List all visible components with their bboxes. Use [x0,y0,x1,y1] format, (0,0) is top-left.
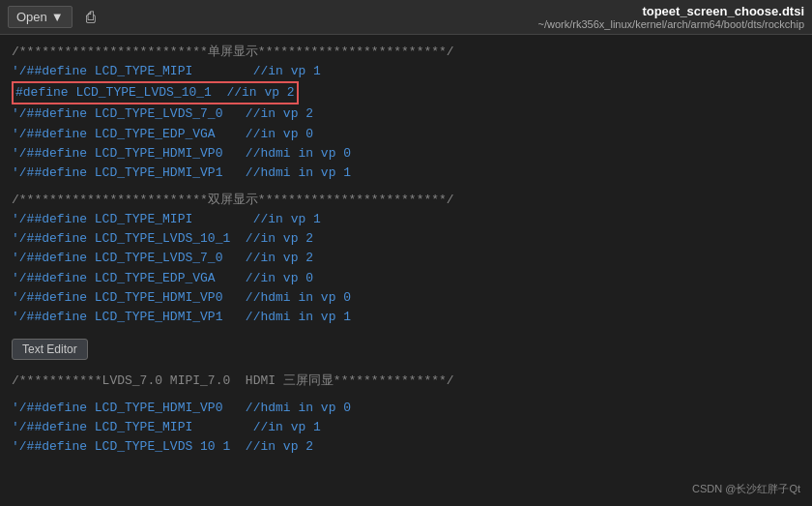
line-dual-1: '/##define LCD_TYPE_MIPI //in vp 1 [12,210,800,229]
line-triple-3: '/##define LCD_TYPE_LVDS 10 1 //in vp 2 [12,437,800,457]
line-dual-3: '/##define LCD_TYPE_LVDS_7_0 //in vp 2 [12,249,800,268]
watermark: CSDN @长沙红胖子Qt [692,482,800,496]
text-editor-button[interactable]: Text Editor [12,339,88,360]
printer-icon: ⎙ [86,9,96,25]
line-single-3: '/##define LCD_TYPE_LVDS_7_0 //in vp 2 [12,104,800,124]
line-single-6: '/##define LCD_TYPE_HDMI_VP1 //hdmi in v… [12,164,800,183]
file-path: ~/work/rk356x_linux/kernel/arch/arm64/bo… [109,18,804,30]
line-triple-2: '/##define LCD_TYPE_MIPI //in vp 1 [12,418,800,437]
line-dual-5: '/##define LCD_TYPE_HDMI_VP0 //hdmi in v… [12,288,800,308]
dropdown-icon: ▼ [51,10,64,24]
triple-screen-header: /***********LVDS_7.0 MIPI_7.0 HDMI 三屏同显*… [12,372,800,391]
title-area: topeet_screen_choose.dtsi ~/work/rk356x_… [109,4,804,30]
line-single-1: '/##define LCD_TYPE_MIPI //in vp 1 [12,62,800,81]
line-dual-2: '/##define LCD_TYPE_LVDS_10_1 //in vp 2 [12,229,800,249]
dual-screen-header: /*************************双屏显示**********… [12,191,800,210]
line-single-5: '/##define LCD_TYPE_HDMI_VP0 //hdmi in v… [12,144,800,164]
line-dual-4: '/##define LCD_TYPE_EDP_VGA //in vp 0 [12,269,800,288]
open-button[interactable]: Open ▼ [8,6,72,28]
line-triple-1: '/##define LCD_TYPE_HDMI_VP0 //hdmi in v… [12,399,800,418]
code-area[interactable]: /*************************单屏显示**********… [0,35,812,506]
highlighted-text: #define LCD_TYPE_LVDS_10_1 //in vp 2 [12,81,299,104]
toolbar: Open ▼ ⎙ topeet_screen_choose.dtsi ~/wor… [0,0,812,35]
file-name: topeet_screen_choose.dtsi [109,4,804,18]
line-single-2-highlighted: #define LCD_TYPE_LVDS_10_1 //in vp 2 [12,81,800,104]
line-dual-6: '/##define LCD_TYPE_HDMI_VP1 //hdmi in v… [12,308,800,327]
line-single-4: '/##define LCD_TYPE_EDP_VGA //in vp 0 [12,125,800,144]
open-label: Open [16,10,47,24]
single-screen-header: /*************************单屏显示**********… [12,43,800,62]
print-button[interactable]: ⎙ [80,7,102,28]
